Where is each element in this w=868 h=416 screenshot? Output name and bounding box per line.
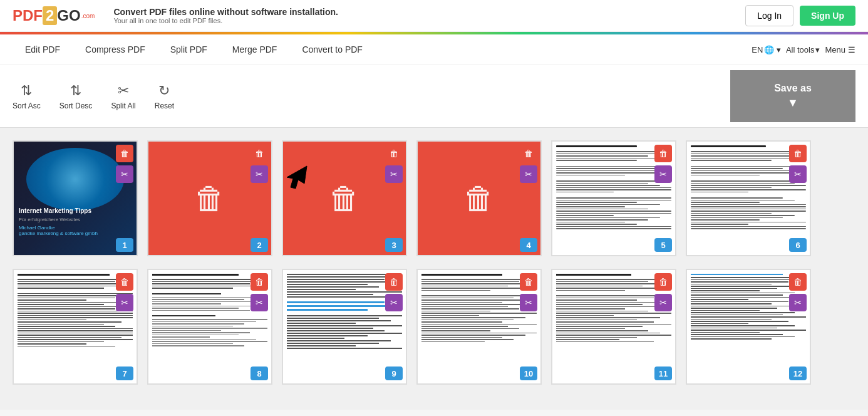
tagline: Convert PDF files online without softwar… xyxy=(113,7,338,17)
delete-button-12[interactable]: 🗑 xyxy=(789,273,807,291)
page-thumb-3: 🗑 🗑 ✂ 3 xyxy=(282,140,407,256)
chevron-down-icon: ▼ xyxy=(787,96,798,110)
subtitle: Your all in one tool to edit PDF files. xyxy=(113,17,338,24)
page-item-7: 🗑 ✂ 7 xyxy=(13,269,138,385)
scissors-button-10[interactable]: ✂ xyxy=(520,294,537,311)
scissors-button-1[interactable]: ✂ xyxy=(116,165,133,183)
nav-edit-pdf[interactable]: Edit PDF xyxy=(13,34,73,65)
book-subtitle: Für erfolgreichere Websites xyxy=(19,217,132,222)
header: PDF 2 GO .com Convert PDF files online w… xyxy=(0,0,868,32)
login-button[interactable]: Log In xyxy=(745,5,793,26)
sort-desc-label: Sort Desc xyxy=(59,101,93,110)
page-item-10: 🗑 ✂ 10 xyxy=(416,269,542,385)
book-cover-text: Internet Marketing Tipps Für erfolgreich… xyxy=(19,207,132,236)
delete-button-9[interactable]: 🗑 xyxy=(385,273,403,291)
nav-items: Edit PDF Compress PDF Split PDF Merge PD… xyxy=(13,34,752,65)
logo: PDF 2 GO .com xyxy=(13,6,95,25)
language-selector[interactable]: EN 🌐 ▾ xyxy=(752,45,781,55)
page-item-11: 🗑 ✂ 11 xyxy=(551,269,676,385)
sort-desc-button[interactable]: ⇅ Sort Desc xyxy=(59,83,93,110)
main-content: Internet Marketing Tipps Für erfolgreich… xyxy=(0,128,868,410)
page-thumb-12: 🗑 ✂ 12 xyxy=(686,269,811,385)
delete-button-10[interactable]: 🗑 xyxy=(520,273,537,291)
delete-button-1[interactable]: 🗑 xyxy=(116,145,133,162)
page-thumb-7: 🗑 ✂ 7 xyxy=(13,269,138,385)
reset-icon: ↻ xyxy=(158,83,170,99)
page-item-1: Internet Marketing Tipps Für erfolgreich… xyxy=(13,140,138,256)
header-actions: Log In Sign Up xyxy=(745,5,855,26)
page-number-2: 2 xyxy=(251,238,268,252)
page-thumb-5: 🗑 ✂ 5 xyxy=(551,140,676,256)
scissors-button-8[interactable]: ✂ xyxy=(251,294,268,311)
page-number-4: 4 xyxy=(520,238,537,252)
scissors-icon: ✂ xyxy=(118,83,129,99)
delete-button-5[interactable]: 🗑 xyxy=(654,145,672,162)
scissors-button-12[interactable]: ✂ xyxy=(789,294,807,311)
delete-button-7[interactable]: 🗑 xyxy=(116,273,133,291)
split-all-button[interactable]: ✂ Split All xyxy=(111,83,135,110)
page-number-8: 8 xyxy=(251,367,268,380)
nav-compress-pdf[interactable]: Compress PDF xyxy=(73,34,158,65)
page-thumb-4: 🗑 🗑 ✂ 4 xyxy=(416,140,542,256)
page-item-3: 🗑 🗑 ✂ 3 xyxy=(282,140,407,256)
page-number-11: 11 xyxy=(654,367,672,380)
sort-asc-icon: ⇅ xyxy=(21,83,32,99)
scissors-button-3[interactable]: ✂ xyxy=(385,165,403,183)
scissors-button-4[interactable]: ✂ xyxy=(520,165,537,183)
nav-split-pdf[interactable]: Split PDF xyxy=(158,34,220,65)
reset-label: Reset xyxy=(155,101,174,110)
all-tools-dropdown[interactable]: All tools ▾ xyxy=(786,45,820,55)
book-title: Internet Marketing Tipps xyxy=(19,207,132,214)
globe-graphic xyxy=(26,148,125,211)
delete-button-6[interactable]: 🗑 xyxy=(789,145,807,162)
page-grid-row2: 🗑 ✂ 7 xyxy=(13,269,855,385)
trash-icon-3: 🗑 xyxy=(329,180,360,217)
delete-button-2[interactable]: 🗑 xyxy=(251,145,268,162)
signup-button[interactable]: Sign Up xyxy=(800,6,855,26)
page-item-2: 🗑 🗑 ✂ 2 xyxy=(147,140,272,256)
tagline-block: Convert PDF files online without softwar… xyxy=(113,7,338,24)
page-number-7: 7 xyxy=(116,367,133,380)
sort-asc-button[interactable]: ⇅ Sort Asc xyxy=(13,83,41,110)
page-thumb-8: 🗑 ✂ 8 xyxy=(147,269,272,385)
page-item-12: 🗑 ✂ 12 xyxy=(686,269,811,385)
page-number-10: 10 xyxy=(520,367,537,380)
page-thumb-10: 🗑 ✂ 10 xyxy=(416,269,542,385)
page-item-9: 🗑 ✂ 9 xyxy=(282,269,407,385)
page-number-1: 1 xyxy=(116,238,133,252)
page-number-3: 3 xyxy=(385,238,403,252)
trash-icon-4: 🗑 xyxy=(463,180,495,217)
delete-button-11[interactable]: 🗑 xyxy=(654,273,672,291)
page-thumb-2: 🗑 🗑 ✂ 2 xyxy=(147,140,272,256)
page-number-6: 6 xyxy=(789,238,807,252)
book-author: Michael Gandkegandke marketing & softwar… xyxy=(19,225,132,236)
page-thumb-11: 🗑 ✂ 11 xyxy=(551,269,676,385)
nav-merge-pdf[interactable]: Merge PDF xyxy=(220,34,290,65)
delete-button-4[interactable]: 🗑 xyxy=(520,145,537,162)
delete-button-8[interactable]: 🗑 xyxy=(251,273,268,291)
page-item-4: 🗑 🗑 ✂ 4 xyxy=(416,140,542,256)
scissors-button-11[interactable]: ✂ xyxy=(654,294,672,311)
scissors-button-7[interactable]: ✂ xyxy=(116,294,133,311)
scissors-button-5[interactable]: ✂ xyxy=(654,165,672,183)
split-all-label: Split All xyxy=(111,101,135,110)
scissors-button-2[interactable]: ✂ xyxy=(251,165,268,183)
scissors-button-9[interactable]: ✂ xyxy=(385,294,403,311)
page-thumb-9: 🗑 ✂ 9 xyxy=(282,269,407,385)
sort-desc-icon: ⇅ xyxy=(70,83,81,99)
save-as-button[interactable]: Save as ▼ xyxy=(730,70,855,122)
delete-button-3[interactable]: 🗑 xyxy=(385,145,403,162)
menu-button[interactable]: Menu ☰ xyxy=(825,45,855,55)
nav: Edit PDF Compress PDF Split PDF Merge PD… xyxy=(0,34,868,65)
reset-button[interactable]: ↻ Reset xyxy=(155,83,174,110)
page-thumb-6: 🗑 ✂ 6 xyxy=(686,140,811,256)
save-as-label: Save as xyxy=(774,83,812,94)
scissors-button-6[interactable]: ✂ xyxy=(789,165,807,183)
trash-icon-2: 🗑 xyxy=(194,180,225,217)
sort-asc-label: Sort Asc xyxy=(13,101,41,110)
page-item-5: 🗑 ✂ 5 xyxy=(551,140,676,256)
page-item-6: 🗑 ✂ 6 xyxy=(686,140,811,256)
page-grid-row1: Internet Marketing Tipps Für erfolgreich… xyxy=(13,140,855,256)
nav-convert-to-pdf[interactable]: Convert to PDF xyxy=(289,34,375,65)
page-number-12: 12 xyxy=(789,367,807,380)
